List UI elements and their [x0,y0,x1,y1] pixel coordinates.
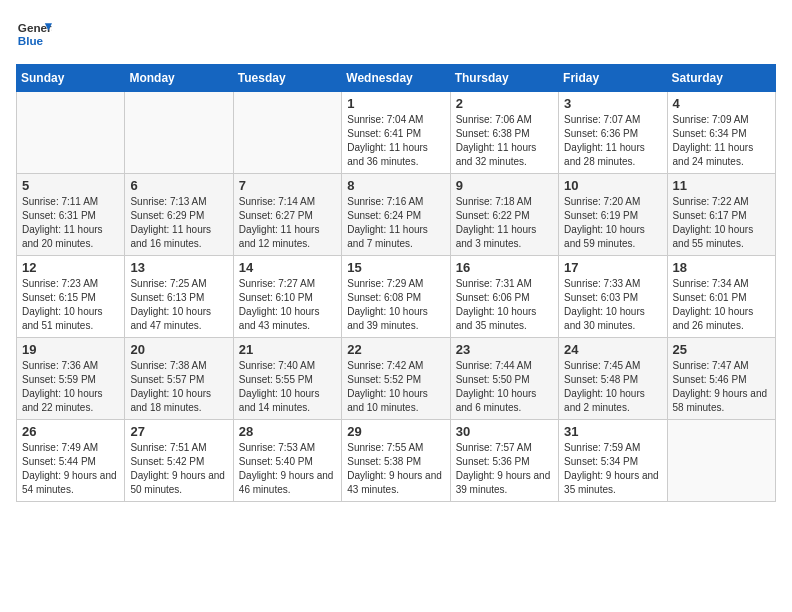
calendar-cell: 14Sunrise: 7:27 AM Sunset: 6:10 PM Dayli… [233,256,341,338]
svg-text:General: General [18,21,52,34]
calendar-cell: 21Sunrise: 7:40 AM Sunset: 5:55 PM Dayli… [233,338,341,420]
calendar-cell: 16Sunrise: 7:31 AM Sunset: 6:06 PM Dayli… [450,256,558,338]
day-info: Sunrise: 7:13 AM Sunset: 6:29 PM Dayligh… [130,195,227,251]
day-number: 13 [130,260,227,275]
day-info: Sunrise: 7:34 AM Sunset: 6:01 PM Dayligh… [673,277,770,333]
svg-text:Blue: Blue [18,34,44,47]
calendar-cell: 30Sunrise: 7:57 AM Sunset: 5:36 PM Dayli… [450,420,558,502]
calendar-cell: 9Sunrise: 7:18 AM Sunset: 6:22 PM Daylig… [450,174,558,256]
day-number: 22 [347,342,444,357]
day-number: 5 [22,178,119,193]
day-info: Sunrise: 7:27 AM Sunset: 6:10 PM Dayligh… [239,277,336,333]
day-info: Sunrise: 7:16 AM Sunset: 6:24 PM Dayligh… [347,195,444,251]
calendar-cell: 22Sunrise: 7:42 AM Sunset: 5:52 PM Dayli… [342,338,450,420]
day-info: Sunrise: 7:07 AM Sunset: 6:36 PM Dayligh… [564,113,661,169]
day-number: 26 [22,424,119,439]
week-row-5: 26Sunrise: 7:49 AM Sunset: 5:44 PM Dayli… [17,420,776,502]
calendar-cell [233,92,341,174]
day-info: Sunrise: 7:33 AM Sunset: 6:03 PM Dayligh… [564,277,661,333]
day-info: Sunrise: 7:23 AM Sunset: 6:15 PM Dayligh… [22,277,119,333]
calendar-cell: 31Sunrise: 7:59 AM Sunset: 5:34 PM Dayli… [559,420,667,502]
day-number: 28 [239,424,336,439]
day-info: Sunrise: 7:14 AM Sunset: 6:27 PM Dayligh… [239,195,336,251]
day-number: 17 [564,260,661,275]
calendar-cell: 1Sunrise: 7:04 AM Sunset: 6:41 PM Daylig… [342,92,450,174]
day-number: 27 [130,424,227,439]
day-header-wednesday: Wednesday [342,65,450,92]
day-number: 29 [347,424,444,439]
calendar-cell: 12Sunrise: 7:23 AM Sunset: 6:15 PM Dayli… [17,256,125,338]
day-number: 21 [239,342,336,357]
header-row: SundayMondayTuesdayWednesdayThursdayFrid… [17,65,776,92]
calendar-cell: 29Sunrise: 7:55 AM Sunset: 5:38 PM Dayli… [342,420,450,502]
day-info: Sunrise: 7:25 AM Sunset: 6:13 PM Dayligh… [130,277,227,333]
day-number: 15 [347,260,444,275]
day-info: Sunrise: 7:44 AM Sunset: 5:50 PM Dayligh… [456,359,553,415]
logo-icon: General Blue [16,16,52,52]
calendar-cell: 27Sunrise: 7:51 AM Sunset: 5:42 PM Dayli… [125,420,233,502]
day-number: 31 [564,424,661,439]
calendar-cell: 20Sunrise: 7:38 AM Sunset: 5:57 PM Dayli… [125,338,233,420]
day-info: Sunrise: 7:57 AM Sunset: 5:36 PM Dayligh… [456,441,553,497]
week-row-4: 19Sunrise: 7:36 AM Sunset: 5:59 PM Dayli… [17,338,776,420]
week-row-3: 12Sunrise: 7:23 AM Sunset: 6:15 PM Dayli… [17,256,776,338]
day-number: 14 [239,260,336,275]
day-number: 4 [673,96,770,111]
day-info: Sunrise: 7:53 AM Sunset: 5:40 PM Dayligh… [239,441,336,497]
day-header-saturday: Saturday [667,65,775,92]
day-number: 2 [456,96,553,111]
day-number: 20 [130,342,227,357]
day-info: Sunrise: 7:42 AM Sunset: 5:52 PM Dayligh… [347,359,444,415]
calendar-table: SundayMondayTuesdayWednesdayThursdayFrid… [16,64,776,502]
calendar-cell: 3Sunrise: 7:07 AM Sunset: 6:36 PM Daylig… [559,92,667,174]
day-info: Sunrise: 7:18 AM Sunset: 6:22 PM Dayligh… [456,195,553,251]
day-info: Sunrise: 7:29 AM Sunset: 6:08 PM Dayligh… [347,277,444,333]
calendar-cell: 13Sunrise: 7:25 AM Sunset: 6:13 PM Dayli… [125,256,233,338]
week-row-1: 1Sunrise: 7:04 AM Sunset: 6:41 PM Daylig… [17,92,776,174]
day-info: Sunrise: 7:45 AM Sunset: 5:48 PM Dayligh… [564,359,661,415]
calendar-cell [17,92,125,174]
day-number: 10 [564,178,661,193]
day-info: Sunrise: 7:11 AM Sunset: 6:31 PM Dayligh… [22,195,119,251]
day-number: 25 [673,342,770,357]
day-info: Sunrise: 7:40 AM Sunset: 5:55 PM Dayligh… [239,359,336,415]
calendar-cell [667,420,775,502]
calendar-cell: 10Sunrise: 7:20 AM Sunset: 6:19 PM Dayli… [559,174,667,256]
calendar-cell: 2Sunrise: 7:06 AM Sunset: 6:38 PM Daylig… [450,92,558,174]
day-info: Sunrise: 7:22 AM Sunset: 6:17 PM Dayligh… [673,195,770,251]
week-row-2: 5Sunrise: 7:11 AM Sunset: 6:31 PM Daylig… [17,174,776,256]
calendar-cell: 8Sunrise: 7:16 AM Sunset: 6:24 PM Daylig… [342,174,450,256]
day-header-monday: Monday [125,65,233,92]
day-header-sunday: Sunday [17,65,125,92]
day-number: 23 [456,342,553,357]
day-number: 16 [456,260,553,275]
calendar-cell [125,92,233,174]
calendar-cell: 17Sunrise: 7:33 AM Sunset: 6:03 PM Dayli… [559,256,667,338]
day-number: 18 [673,260,770,275]
day-number: 9 [456,178,553,193]
day-number: 24 [564,342,661,357]
day-info: Sunrise: 7:06 AM Sunset: 6:38 PM Dayligh… [456,113,553,169]
calendar-cell: 4Sunrise: 7:09 AM Sunset: 6:34 PM Daylig… [667,92,775,174]
day-header-thursday: Thursday [450,65,558,92]
calendar-cell: 23Sunrise: 7:44 AM Sunset: 5:50 PM Dayli… [450,338,558,420]
day-header-friday: Friday [559,65,667,92]
day-info: Sunrise: 7:49 AM Sunset: 5:44 PM Dayligh… [22,441,119,497]
day-info: Sunrise: 7:20 AM Sunset: 6:19 PM Dayligh… [564,195,661,251]
day-info: Sunrise: 7:09 AM Sunset: 6:34 PM Dayligh… [673,113,770,169]
day-info: Sunrise: 7:36 AM Sunset: 5:59 PM Dayligh… [22,359,119,415]
calendar-cell: 11Sunrise: 7:22 AM Sunset: 6:17 PM Dayli… [667,174,775,256]
day-number: 11 [673,178,770,193]
calendar-cell: 24Sunrise: 7:45 AM Sunset: 5:48 PM Dayli… [559,338,667,420]
calendar-cell: 5Sunrise: 7:11 AM Sunset: 6:31 PM Daylig… [17,174,125,256]
calendar-cell: 19Sunrise: 7:36 AM Sunset: 5:59 PM Dayli… [17,338,125,420]
day-number: 12 [22,260,119,275]
day-info: Sunrise: 7:38 AM Sunset: 5:57 PM Dayligh… [130,359,227,415]
calendar-cell: 25Sunrise: 7:47 AM Sunset: 5:46 PM Dayli… [667,338,775,420]
day-info: Sunrise: 7:51 AM Sunset: 5:42 PM Dayligh… [130,441,227,497]
day-number: 1 [347,96,444,111]
day-number: 7 [239,178,336,193]
calendar-cell: 7Sunrise: 7:14 AM Sunset: 6:27 PM Daylig… [233,174,341,256]
day-number: 3 [564,96,661,111]
day-info: Sunrise: 7:31 AM Sunset: 6:06 PM Dayligh… [456,277,553,333]
